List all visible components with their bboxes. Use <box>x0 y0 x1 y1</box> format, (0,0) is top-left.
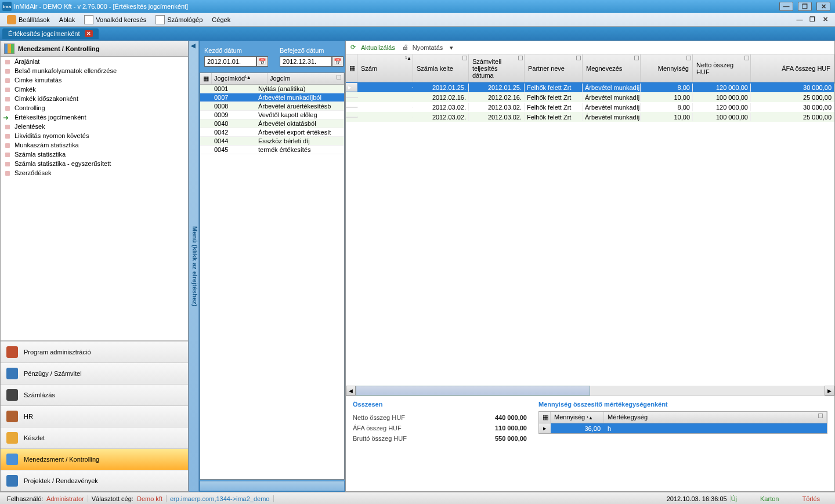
pencil-icon <box>6 389 18 401</box>
row-handle[interactable] <box>346 107 357 108</box>
tree-item[interactable]: Jelentések <box>1 122 188 131</box>
title-code-cell: 0007 <box>200 93 256 101</box>
tree-item[interactable]: Számla statisztika <box>1 150 188 159</box>
nav-item[interactable]: Program adminisztráció <box>1 341 188 362</box>
start-date-calendar-button[interactable]: 📅 <box>256 56 268 67</box>
qty-col-quantity[interactable]: Mennyiség ¹▲ <box>551 412 604 423</box>
scroll-right-button[interactable]: ▶ <box>825 386 834 396</box>
col-description[interactable]: Megnevezés <box>583 55 641 82</box>
left-panel-header: Menedzsment / Kontrolling <box>1 41 188 57</box>
nav-item-label: Menedzsment / Kontrolling <box>24 456 99 463</box>
horizontal-scrollbar[interactable]: ◀ ▶ <box>346 386 834 396</box>
title-row[interactable]: 0007Árbevétel munkadíjból <box>200 93 344 102</box>
end-date-calendar-button[interactable]: 📅 <box>332 56 344 67</box>
menu-companies[interactable]: Cégek <box>207 15 235 24</box>
col-net-amount[interactable]: Netto összeg HUF <box>693 55 751 82</box>
title-row[interactable]: 0008Árbevétel áruértékesítésb <box>200 102 344 111</box>
end-date-input[interactable] <box>280 56 332 67</box>
title-name-cell: Árbevétel export értékesít <box>256 128 344 136</box>
mdi-restore-button[interactable]: ❐ <box>807 16 818 24</box>
tree-item[interactable]: Számla statisztika - egyszerűsített <box>1 159 188 168</box>
tree-item[interactable]: Cimkék <box>1 85 188 94</box>
mdi-minimize-button[interactable]: — <box>794 16 805 24</box>
menu-barcode-search[interactable]: Vonalkód keresés <box>79 14 151 26</box>
title-row[interactable]: 0042Árbevétel export értékesít <box>200 128 344 137</box>
row-handle[interactable] <box>346 97 357 98</box>
tab-close-icon[interactable]: ✕ <box>85 30 93 37</box>
nav-item[interactable]: Készlet <box>1 427 188 448</box>
row-handle[interactable]: ▸ <box>346 83 357 92</box>
tree-item[interactable]: Belső munkafolyamatok ellenőrzése <box>1 66 188 75</box>
grid-selector-icon[interactable]: ▦ <box>346 55 357 82</box>
nav-item[interactable]: Projektek / Rendezvények <box>1 470 188 491</box>
nav-item[interactable]: Menedzsment / Kontrolling <box>1 448 188 470</box>
scroll-track[interactable] <box>356 386 825 396</box>
mdi-close-button[interactable]: ✕ <box>820 16 830 24</box>
menu-collapse-bar[interactable]: ◀ Menü (klikk az elrejtéshez) <box>189 41 199 492</box>
title-code-header[interactable]: Jogcímkód ¹▲ <box>212 73 268 84</box>
nav-item-label: Projektek / Rendezvények <box>24 477 98 484</box>
cell-invoice-date: 2012.02.16. <box>413 93 469 101</box>
col-vat-amount[interactable]: ÁFA összeg HUF <box>751 55 834 82</box>
row-handle[interactable] <box>346 117 357 118</box>
start-date-input[interactable] <box>204 56 256 67</box>
minimize-button[interactable]: — <box>779 2 793 11</box>
title-bar: ima InMidAir - DEMO Kft - v 2.76.000 - [… <box>0 0 835 13</box>
col-partner[interactable]: Partner neve <box>525 55 583 82</box>
left-panel-nav: Program adminisztrációPénzügy / Számvite… <box>1 340 188 491</box>
col-invoice-date[interactable]: Számla kelte <box>413 55 469 82</box>
data-row[interactable]: 2012.02.16.2012.02.16.Felhők felett ZrtÁ… <box>346 92 834 102</box>
menu-bar: Beállítások Ablak Vonalkód keresés Számo… <box>0 13 835 27</box>
home-icon <box>6 346 18 358</box>
nav-item[interactable]: HR <box>1 405 188 427</box>
scroll-left-button[interactable]: ◀ <box>346 386 356 396</box>
box-icon <box>6 432 18 444</box>
nav-item[interactable]: Pénzügy / Számvitel <box>1 362 188 384</box>
status-new-link[interactable]: Új <box>731 495 737 502</box>
grid-selector-icon[interactable]: ▦ <box>539 412 551 423</box>
title-row[interactable]: 0009Vevőtől kapott előleg <box>200 111 344 119</box>
qty-col-unit[interactable]: Mértékegység <box>604 412 827 423</box>
title-name-cell: Árbevétel munkadíjból <box>256 93 344 101</box>
title-row[interactable]: 0001Nyitás (analitika) <box>200 85 344 93</box>
menu-window[interactable]: Ablak <box>55 15 80 24</box>
col-quantity[interactable]: Mennyiség <box>641 55 693 82</box>
refresh-button[interactable]: ⟳Aktualizálás <box>350 43 395 52</box>
print-button[interactable]: 🖨Nyomtatás <box>402 43 443 52</box>
status-delete-link[interactable]: Törlés <box>802 495 820 502</box>
title-row[interactable]: 0045termék értékesítés <box>200 146 344 154</box>
status-card-link[interactable]: Karton <box>760 495 779 502</box>
col-number[interactable]: Szám¹▲ <box>357 55 413 82</box>
menu-calculator[interactable]: Számológép <box>151 14 207 26</box>
qty-row[interactable]: 36,00 h <box>551 423 827 433</box>
scroll-thumb[interactable] <box>356 386 590 396</box>
tree-item[interactable]: Árajánlat <box>1 57 188 66</box>
tree-item[interactable]: Szerződések <box>1 168 188 177</box>
cell-net: 120 000,00 <box>693 84 751 92</box>
title-row[interactable]: 0044Esszköz bérleti díj <box>200 137 344 146</box>
cell-net: 100 000,00 <box>693 93 751 101</box>
qty-unit: h <box>604 425 827 433</box>
data-row[interactable]: 2012.03.02.2012.03.02.Felhők felett ZrtÁ… <box>346 112 834 122</box>
col-accounting-date[interactable]: Számviteli teljesítés dátuma <box>469 55 525 82</box>
title-row[interactable]: 0040Árbevétel oktatásból <box>200 119 344 128</box>
title-name-header[interactable]: Jogcím <box>268 73 344 84</box>
close-button[interactable]: ✕ <box>816 2 830 11</box>
tab-sales-by-title[interactable]: Értékesítés jogcímenként ✕ <box>2 28 99 39</box>
dropdown-arrow-icon[interactable]: ▾ <box>450 44 453 52</box>
tree-item[interactable]: Cimke kimutatás <box>1 75 188 85</box>
menu-settings[interactable]: Beállítások <box>2 14 55 26</box>
data-row[interactable]: 2012.03.02.2012.03.02.Felhők felett ZrtÁ… <box>346 102 834 112</box>
data-row[interactable]: ▸2012.01.25.2012.01.25.Felhők felett Zrt… <box>346 82 834 92</box>
tree-item[interactable]: Likviditás nyomon követés <box>1 131 188 140</box>
nav-item-label: Számlázás <box>24 391 55 398</box>
tree-item[interactable]: Értékesítés jogcímenként <box>1 113 188 122</box>
grid-selector-icon[interactable]: ▦ <box>200 73 212 84</box>
tree-item[interactable]: Controlling <box>1 103 188 113</box>
left-navigation-panel: Menedzsment / Kontrolling ÁrajánlatBelső… <box>0 41 189 492</box>
tree-item[interactable]: Munkaszám statisztika <box>1 140 188 150</box>
qty-row-handle[interactable]: ▸ <box>539 423 551 433</box>
tree-item[interactable]: Cimkék időszakonként <box>1 94 188 103</box>
nav-item[interactable]: Számlázás <box>1 384 188 405</box>
maximize-button[interactable]: ❐ <box>798 2 812 11</box>
